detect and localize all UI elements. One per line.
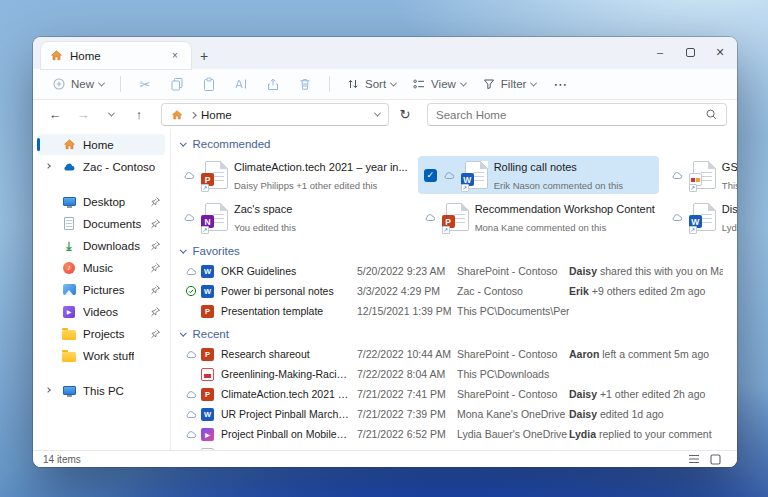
details-view-button[interactable]	[688, 454, 700, 464]
collapse-chevron-icon[interactable]	[180, 139, 186, 145]
file-row[interactable]: Research shareout 7/22/2022 10:44 AM Sha…	[177, 344, 723, 364]
recommended-card[interactable]: Discussion topics 1Lydia Bauer + 5 other…	[665, 198, 737, 236]
close-button[interactable]: ✕	[705, 37, 735, 67]
expand-chevron-icon[interactable]	[45, 387, 51, 393]
ppt-file-icon	[201, 348, 214, 361]
breadcrumb[interactable]: Home	[161, 103, 389, 126]
onedrive-cloud-icon	[62, 160, 76, 174]
file-activity: Mona Kane commented on this	[475, 222, 607, 233]
pin-icon[interactable]	[150, 196, 161, 207]
sidebar-item-onedrive[interactable]: Zac - Contoso	[38, 156, 165, 177]
recommended-card[interactable]: Recommendation Workshop ContentMona Kane…	[418, 198, 659, 236]
address-dropdown-icon[interactable]	[374, 110, 381, 117]
sidebar-item-work-stuff[interactable]: Work stuff	[38, 345, 165, 366]
large-icons-view-button[interactable]	[710, 454, 721, 465]
paste-icon	[202, 77, 216, 91]
sidebar-divider	[33, 178, 170, 190]
file-row[interactable]: Presentation template 12/15/2021 1:39 PM…	[177, 301, 723, 321]
sidebar-item-home[interactable]: Home	[38, 134, 165, 155]
recommended-card[interactable]: ClimateAction.tech 2021 – year in...Dais…	[177, 156, 412, 194]
new-button[interactable]: New	[45, 73, 111, 95]
address-bar: ← → ↑ Home ↻	[33, 100, 737, 129]
sidebar-item-videos[interactable]: ▶ Videos	[38, 301, 165, 322]
sidebar-item-label: Music	[83, 262, 113, 274]
file-row[interactable]: UR Project Pinball March Notes 7/21/2022…	[177, 404, 723, 424]
recommended-grid: ClimateAction.tech 2021 – year in...Dais…	[177, 156, 723, 236]
recent-locations-button[interactable]	[99, 104, 123, 126]
image-file-icon	[693, 161, 716, 189]
file-row[interactable]: ClimateAction.tech 2021 – year in review…	[177, 384, 723, 404]
tab-close-icon[interactable]: ×	[167, 48, 183, 64]
recommended-card[interactable]: GSF Brand Guideline v01This related to a…	[665, 156, 737, 194]
see-more-button[interactable]: ⋯	[545, 76, 576, 92]
file-name: OKR Guidelines	[221, 265, 357, 277]
cut-button[interactable]: ✂	[130, 72, 160, 96]
sidebar-item-projects[interactable]: Projects	[38, 323, 165, 344]
sidebar-item-pictures[interactable]: Pictures	[38, 279, 165, 300]
refresh-button[interactable]: ↻	[393, 104, 417, 126]
folder-icon	[62, 327, 76, 341]
sidebar-item-desktop[interactable]: Desktop	[38, 191, 165, 212]
sidebar-item-label: Desktop	[83, 196, 125, 208]
cloud-status-icon	[185, 410, 197, 419]
maximize-button[interactable]	[675, 37, 705, 67]
word-file-icon	[201, 285, 214, 298]
sort-label: Sort	[365, 78, 386, 90]
expand-chevron-icon[interactable]	[45, 163, 51, 169]
ppt-file-icon	[205, 161, 228, 189]
sidebar-item-this-pc[interactable]: This PC	[38, 380, 165, 401]
pictures-icon	[62, 283, 76, 297]
recommended-card-selected[interactable]: Rolling call notesErik Nason commented o…	[418, 156, 659, 194]
file-location: This PC\Documents\Personal	[457, 305, 569, 317]
sidebar-item-music[interactable]: ♪ Music	[38, 257, 165, 278]
pin-icon[interactable]	[150, 240, 161, 251]
tab-home[interactable]: Home ×	[41, 42, 191, 69]
rename-button[interactable]	[226, 72, 256, 96]
new-tab-button[interactable]: +	[191, 43, 217, 69]
cloud-status-icon	[443, 171, 455, 180]
file-row[interactable]: Project Pinball on Mobile KickOff 7/21/2…	[177, 424, 723, 444]
sidebar-item-downloads[interactable]: ⤓ Downloads	[38, 235, 165, 256]
file-date: 5/20/2022 9:23 AM	[357, 265, 457, 277]
file-row[interactable]: Power bi personal notes 3/3/2022 4:29 PM…	[177, 281, 723, 301]
music-icon: ♪	[62, 261, 76, 275]
filter-button[interactable]: Filter	[475, 73, 544, 95]
breadcrumb-item-home[interactable]: Home	[201, 109, 232, 121]
minimize-button[interactable]: –	[645, 37, 675, 67]
file-row[interactable]: OKR Guidelines 5/20/2022 9:23 AM SharePo…	[177, 261, 723, 281]
delete-button[interactable]	[290, 72, 320, 96]
sort-button[interactable]: Sort	[339, 73, 403, 95]
copy-icon	[170, 77, 184, 91]
recommended-card[interactable]: Zac's spaceYou edited this	[177, 198, 412, 236]
pin-icon[interactable]	[150, 328, 161, 339]
section-header-recommended[interactable]: Recommended	[177, 133, 723, 154]
up-button[interactable]: ↑	[127, 104, 151, 126]
pin-icon[interactable]	[150, 262, 161, 273]
copy-button[interactable]	[162, 72, 192, 96]
cloud-status-icon	[185, 350, 197, 359]
collapse-chevron-icon[interactable]	[180, 246, 186, 252]
section-title: Favorites	[193, 245, 240, 257]
search-box[interactable]	[427, 103, 727, 126]
collapse-chevron-icon[interactable]	[180, 329, 186, 335]
file-row[interactable]: Greenlining-Making-Racial-Equity-Rea... …	[177, 364, 723, 384]
chevron-down-icon	[530, 79, 537, 86]
file-date: 7/22/2022 10:44 AM	[357, 348, 457, 360]
view-button[interactable]: View	[405, 73, 473, 95]
checkbox-checked-icon[interactable]	[424, 169, 437, 182]
home-icon	[62, 138, 76, 152]
forward-button[interactable]: →	[71, 104, 95, 126]
scissors-icon: ✂	[140, 77, 151, 92]
search-input[interactable]	[436, 109, 718, 121]
pin-icon[interactable]	[150, 218, 161, 229]
file-name: Presentation template	[221, 305, 357, 317]
section-header-favorites[interactable]: Favorites	[177, 240, 723, 261]
share-button[interactable]	[258, 72, 288, 96]
pin-icon[interactable]	[150, 306, 161, 317]
pin-icon[interactable]	[150, 284, 161, 295]
section-header-recent[interactable]: Recent	[177, 323, 723, 344]
paste-button[interactable]	[194, 72, 224, 96]
sidebar-item-documents[interactable]: Documents	[38, 213, 165, 234]
back-button[interactable]: ←	[43, 104, 67, 126]
toolbar-divider	[120, 76, 121, 92]
